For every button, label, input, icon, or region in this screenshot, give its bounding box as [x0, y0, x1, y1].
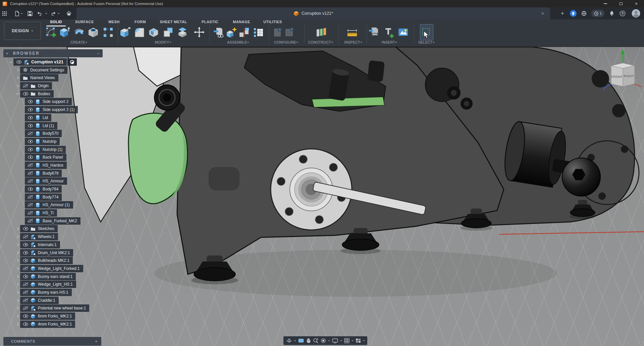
orbit-icon[interactable] [286, 338, 292, 343]
browser-panel-header[interactable]: « BROWSER − [3, 49, 103, 57]
expand-caret-icon[interactable] [15, 69, 20, 71]
construct-plane-icon[interactable] [315, 26, 327, 38]
viewcube-right-face[interactable]: RIGHT [624, 74, 634, 78]
tree-node-chip[interactable]: Body679 [25, 170, 62, 177]
visibility-eye-icon[interactable] [23, 227, 29, 230]
hole-icon[interactable] [87, 26, 99, 38]
visibility-eye-icon[interactable] [16, 60, 22, 64]
tree-node-chip[interactable]: HS_Armour (1) [25, 201, 73, 209]
browser-tree-row[interactable]: Corruption v121 [3, 58, 89, 66]
expand-caret-icon[interactable] [15, 291, 20, 293]
browser-tree-row[interactable]: Back Panel [3, 154, 89, 161]
browser-tree-row[interactable]: Potental new wheel base:1 [3, 304, 89, 312]
ribbon-tab[interactable]: SHEET METAL [160, 20, 187, 24]
tree-node-chip[interactable]: Corruption v121 [13, 58, 67, 66]
visibility-eye-icon[interactable] [28, 203, 33, 207]
redo-dropdown-caret[interactable] [57, 10, 60, 17]
browser-tree-row[interactable]: Origin [3, 82, 89, 90]
browser-tree-row[interactable]: HS_Hardox [3, 162, 89, 169]
tree-node-chip[interactable]: Lid (1) [25, 122, 57, 129]
joint-icon[interactable] [238, 26, 250, 38]
visibility-eye-icon[interactable] [28, 124, 33, 127]
create-sketch-icon[interactable] [45, 26, 57, 38]
measure-icon[interactable] [346, 26, 358, 38]
browser-tree-row[interactable]: Lid (1) [3, 122, 89, 129]
visibility-eye-icon[interactable] [23, 275, 29, 278]
visibility-eye-icon[interactable] [28, 187, 33, 191]
tree-node-chip[interactable]: Bunny ears HS:1 [20, 289, 72, 296]
tree-node-chip[interactable]: HS_Hardox [25, 162, 67, 169]
help-icon[interactable]: ? [619, 10, 626, 17]
tree-node-chip[interactable]: Nutstrip (1) [25, 146, 66, 153]
viewport-3d[interactable]: FRONT RIGHT Z « BROWSER − [0, 47, 644, 346]
tree-node-chip[interactable]: Wheels:1 [20, 233, 58, 240]
group-label-configure[interactable]: CONFIGURE [274, 40, 298, 44]
new-component-icon[interactable] [225, 26, 237, 38]
tree-node-chip[interactable]: Named Views [20, 74, 58, 81]
expand-caret-icon[interactable] [15, 323, 20, 325]
expand-caret-icon[interactable] [15, 268, 20, 270]
tree-node-chip[interactable]: Origin [20, 82, 52, 90]
browser-tree-row[interactable]: Side support 2 (1) [3, 106, 89, 113]
bom-table-icon[interactable] [252, 26, 264, 38]
browser-tree-row[interactable]: HS_Armour [3, 177, 89, 185]
rectangular-pattern-icon[interactable] [102, 26, 114, 38]
tree-node-chip[interactable]: Potental new wheel base:1 [20, 304, 89, 312]
group-label-assemble[interactable]: ASSEMBLE [227, 40, 249, 44]
visibility-eye-icon[interactable] [28, 148, 33, 151]
browser-tree-row[interactable]: Craddle:1 [3, 297, 89, 304]
fillet-icon[interactable] [133, 26, 145, 38]
visibility-eye-icon[interactable] [23, 323, 29, 326]
expand-caret-icon[interactable] [15, 77, 20, 79]
tree-node-chip[interactable]: Wedge_Light_Forked:1 [20, 265, 83, 272]
window-close-button[interactable]: × [629, 0, 644, 7]
visibility-eye-icon[interactable] [23, 267, 29, 270]
viewcube-front-face[interactable]: FRONT [611, 75, 623, 78]
browser-tree-row[interactable]: Bulkheads MK2:1 [3, 257, 89, 264]
pan-icon[interactable] [306, 338, 311, 343]
tree-node-chip[interactable]: Wedge_Light_HS:1 [20, 281, 76, 288]
expand-caret-icon[interactable] [15, 252, 20, 254]
notifications-bell-icon[interactable] [608, 10, 615, 17]
recent-activity-badge[interactable]: 1 [591, 10, 604, 17]
visibility-eye-icon[interactable] [23, 314, 29, 318]
combine-icon[interactable] [162, 26, 174, 38]
insert-derive-icon[interactable] [213, 26, 225, 38]
window-restore-button[interactable] [613, 0, 629, 7]
redo-icon[interactable] [50, 10, 56, 17]
expand-caret-icon[interactable] [15, 299, 20, 301]
browser-tree-row[interactable]: HS_Ti [3, 209, 89, 217]
home-icon[interactable] [65, 10, 72, 17]
file-dropdown-caret[interactable] [20, 10, 23, 17]
group-label-modify[interactable]: MODIFY [155, 40, 171, 44]
configuration-icon[interactable] [271, 26, 283, 38]
insert-canvas-icon[interactable] [397, 26, 409, 38]
comments-panel-header[interactable]: COMMENTS + [3, 337, 101, 346]
expand-caret-icon[interactable] [15, 260, 20, 262]
browser-tree-row[interactable]: 6mm Forks_MK2:1 [3, 312, 89, 320]
visibility-eye-icon[interactable] [23, 84, 29, 88]
expand-caret-icon[interactable] [15, 307, 20, 309]
tree-node-chip[interactable]: Body764 [25, 185, 62, 193]
browser-tree-row[interactable]: Wedge_Light_HS:1 [3, 281, 89, 288]
add-comment-icon[interactable]: + [95, 339, 98, 343]
ribbon-tab[interactable]: PLASTIC [202, 20, 218, 24]
fit-dropdown-caret[interactable] [328, 340, 330, 342]
visibility-eye-icon[interactable] [28, 132, 33, 135]
ribbon-tab[interactable]: SOLID [50, 20, 62, 24]
visibility-eye-icon[interactable] [28, 140, 33, 143]
extrude-icon[interactable] [58, 26, 70, 38]
revolve-icon[interactable] [73, 26, 85, 38]
extensions-icon[interactable] [570, 10, 577, 17]
browser-tree-row[interactable]: Bunny ears HS:1 [3, 289, 89, 296]
visibility-eye-icon[interactable] [28, 211, 33, 215]
window-minimize-button[interactable] [598, 0, 613, 7]
insert-svg-icon[interactable]: SVG [368, 26, 380, 38]
expand-caret-icon[interactable] [15, 315, 20, 317]
tree-node-chip[interactable]: Craddle:1 [20, 297, 59, 304]
tree-node-chip[interactable]: Lid [25, 114, 51, 121]
tree-node-chip[interactable]: Bodies [20, 90, 54, 98]
browser-tree-row[interactable]: Bodies [3, 90, 89, 98]
browser-tree-row[interactable]: Wedge_Light_Forked:1 [3, 265, 89, 272]
browser-tree-row[interactable]: Internals:1 [3, 241, 89, 248]
